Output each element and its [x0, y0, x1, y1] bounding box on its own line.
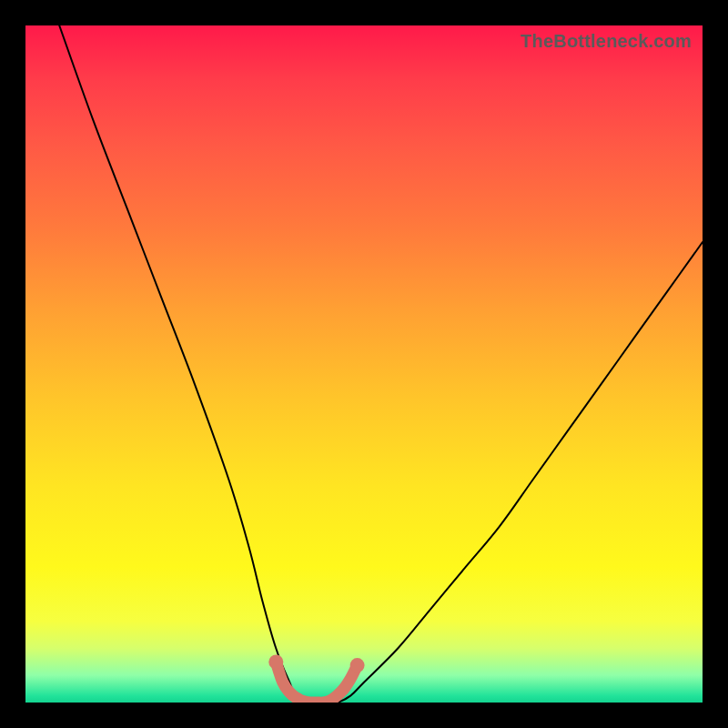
chart-frame: TheBottleneck.com: [0, 0, 728, 728]
plot-area: TheBottleneck.com: [25, 25, 703, 703]
marker-dot: [268, 654, 283, 669]
chart-svg: [25, 25, 703, 703]
marker-dot: [350, 658, 365, 672]
bottleneck-curve-path: [59, 25, 703, 703]
optimal-marker-path: [276, 662, 357, 703]
